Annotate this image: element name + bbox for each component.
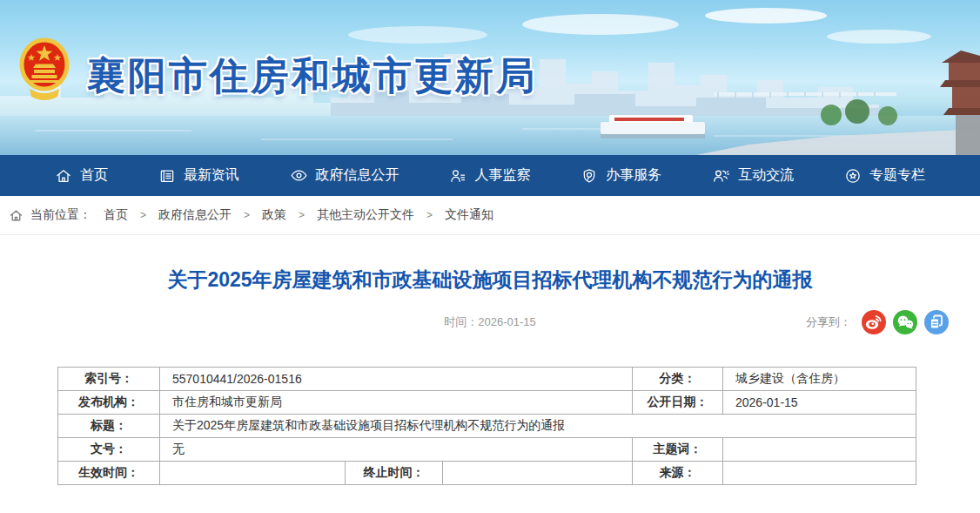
table-row: 发布机构： 市住房和城市更新局 公开日期： 2026-01-15 — [58, 391, 916, 415]
title-value: 关于2025年房屋建筑和市政基础设施项目招标代理机构不规范行为的通报 — [160, 415, 916, 438]
header-banner: 襄阳市住房和城市更新局 — [0, 0, 980, 155]
publish-date-label: 公开日期： — [633, 391, 723, 415]
people-chat-icon — [712, 166, 730, 185]
share-wechat-button[interactable] — [893, 310, 917, 334]
doc-number-label: 文号： — [58, 438, 160, 462]
nav-label: 互动交流 — [738, 166, 794, 185]
home-icon — [55, 167, 72, 185]
index-number-value: 557010441/2026-01516 — [160, 368, 633, 391]
breadcrumb-item-file-notice[interactable]: 文件通知 — [445, 207, 493, 223]
news-icon — [158, 167, 176, 185]
document-meta-table: 索引号： 557010441/2026-01516 分类： 城乡建设（含住房） … — [57, 367, 916, 485]
nav-item-interaction[interactable]: 互动交流 — [712, 166, 794, 185]
nav-label: 政府信息公开 — [316, 166, 399, 185]
expiry-date-value — [443, 462, 633, 485]
source-label: 来源： — [633, 462, 723, 485]
nav-label: 人事监察 — [474, 166, 530, 185]
share-weibo-button[interactable] — [862, 310, 886, 334]
share-copy-link-button[interactable] — [924, 310, 949, 334]
share-group: 分享到： — [806, 310, 949, 334]
main-nav: 首页 最新资讯 政府信息公开 人事监察 办事服务 互动交流 专题专栏 — [0, 155, 980, 196]
nav-item-special-topics[interactable]: 专题专栏 — [844, 166, 925, 185]
table-row: 生效时间： 终止时间： 来源： — [58, 462, 916, 485]
keywords-label: 主题词： — [633, 438, 723, 462]
national-emblem — [19, 37, 70, 105]
time-label: 时间： — [444, 315, 478, 328]
eye-icon — [290, 166, 308, 185]
wechat-icon — [893, 310, 917, 334]
page: 襄阳市住房和城市更新局 首页 最新资讯 政府信息公开 人事监察 办事服务 互动交… — [0, 0, 980, 513]
breadcrumb-item-policy[interactable]: 政策 — [262, 207, 286, 223]
breadcrumb-separator: > — [426, 209, 433, 221]
nav-label: 最新资讯 — [184, 166, 239, 185]
shield-icon — [581, 167, 598, 185]
index-number-label: 索引号： — [58, 368, 160, 391]
category-value: 城乡建设（含住房） — [723, 368, 916, 391]
star-circle-icon — [844, 167, 862, 185]
nav-label: 首页 — [80, 166, 108, 185]
source-value — [723, 462, 916, 485]
keywords-value — [723, 438, 916, 462]
nav-item-news[interactable]: 最新资讯 — [158, 166, 239, 185]
table-row: 索引号： 557010441/2026-01516 分类： 城乡建设（含住房） — [58, 368, 916, 391]
nav-item-personnel[interactable]: 人事监察 — [449, 166, 530, 185]
site-title: 襄阳市住房和城市更新局 — [87, 51, 537, 102]
person-list-icon — [449, 167, 467, 185]
share-label: 分享到： — [806, 314, 851, 330]
category-label: 分类： — [633, 368, 723, 391]
title-label: 标题： — [58, 415, 160, 438]
table-row: 文号： 无 主题词： — [58, 438, 916, 462]
time-value: 2026-01-15 — [478, 315, 536, 328]
table-row: 标题： 关于2025年房屋建筑和市政基础设施项目招标代理机构不规范行为的通报 — [58, 415, 916, 438]
weibo-icon — [862, 310, 886, 334]
issuing-agency-value: 市住房和城市更新局 — [160, 391, 633, 415]
location-label: 当前位置： — [30, 207, 91, 223]
breadcrumb-separator: > — [140, 209, 146, 221]
breadcrumb-item-other-public-files[interactable]: 其他主动公开文件 — [317, 207, 414, 223]
copy-link-icon — [924, 310, 949, 334]
nav-item-gov-info[interactable]: 政府信息公开 — [290, 166, 399, 185]
breadcrumb-item-home[interactable]: 首页 — [104, 207, 128, 223]
breadcrumb-separator: > — [299, 209, 305, 221]
nav-label: 办事服务 — [606, 166, 661, 185]
publish-date-value: 2026-01-15 — [723, 391, 916, 415]
article-meta-row: 时间：2026-01-15 分享到： — [0, 309, 980, 335]
article-title: 关于2025年房屋建筑和市政基础设施项目招标代理机构不规范行为的通报 — [35, 267, 945, 294]
expiry-date-label: 终止时间： — [346, 462, 443, 485]
issuing-agency-label: 发布机构： — [58, 391, 160, 415]
home-icon — [9, 208, 23, 223]
breadcrumb-separator: > — [244, 209, 250, 221]
nav-label: 专题专栏 — [869, 166, 925, 185]
effective-date-label: 生效时间： — [58, 462, 160, 485]
nav-item-services[interactable]: 办事服务 — [581, 166, 661, 185]
breadcrumb-item-gov-info[interactable]: 政府信息公开 — [158, 207, 232, 223]
nav-item-home[interactable]: 首页 — [55, 166, 108, 185]
breadcrumb: 当前位置： 首页 > 政府信息公开 > 政策 > 其他主动公开文件 > 文件通知 — [0, 196, 980, 235]
doc-number-value: 无 — [160, 438, 633, 462]
effective-date-value — [160, 462, 346, 485]
